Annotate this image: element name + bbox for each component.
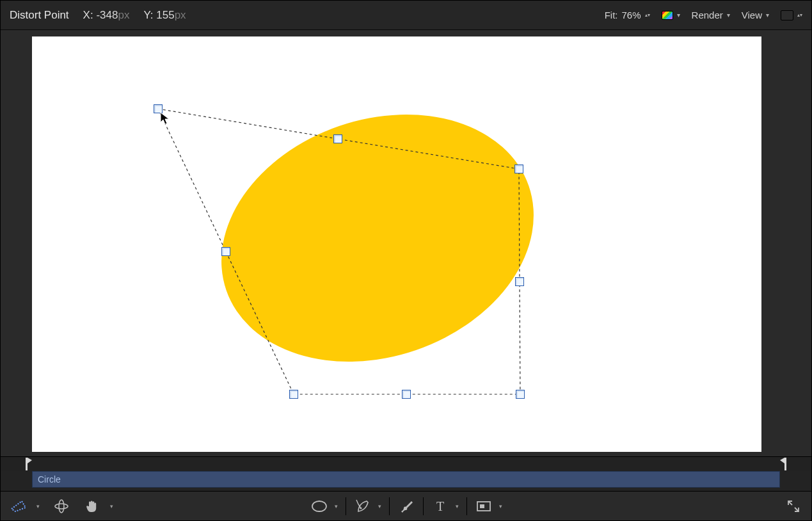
separator xyxy=(346,497,346,515)
color-channels-icon xyxy=(662,11,673,20)
svg-point-0 xyxy=(55,504,68,509)
view-dropdown[interactable]: View ▾ xyxy=(742,10,769,20)
mini-timeline[interactable]: Circle xyxy=(1,456,811,492)
coord-x-label: X: xyxy=(83,9,93,21)
stepper-icon: ▴▾ xyxy=(797,13,802,17)
view-label: View xyxy=(742,10,762,20)
distort-handle-bottom-left[interactable] xyxy=(289,390,298,399)
pan-tool-button[interactable] xyxy=(83,497,101,515)
coord-y[interactable]: Y: 155px xyxy=(143,9,186,22)
chevron-down-icon[interactable]: ▾ xyxy=(335,503,338,509)
coord-x-value[interactable]: -348 xyxy=(96,9,118,21)
expand-icon xyxy=(786,499,800,513)
separator xyxy=(466,497,467,515)
svg-text:T: T xyxy=(436,499,443,513)
clip-name-label: Circle xyxy=(38,474,61,485)
color-channel-dropdown[interactable]: ▾ xyxy=(662,11,680,20)
zoom-fit-dropdown[interactable]: Fit: 76% ▴▾ xyxy=(605,10,650,20)
coord-y-unit: px xyxy=(175,9,186,21)
chevron-down-icon[interactable]: ▾ xyxy=(110,503,113,509)
coord-y-label: Y: xyxy=(143,9,153,21)
svg-rect-6 xyxy=(480,504,484,508)
fit-value: 76% xyxy=(622,10,641,20)
coord-y-value[interactable]: 155 xyxy=(156,9,174,21)
distort-handle-mid-right[interactable] xyxy=(515,277,524,286)
orbit-tool-button[interactable] xyxy=(52,497,70,515)
ellipse-shape-button[interactable] xyxy=(310,497,328,515)
distort-tool-icon xyxy=(10,500,27,513)
viewport-background-dropdown[interactable]: ▴▾ xyxy=(781,10,802,20)
mask-tool-button[interactable] xyxy=(475,497,493,515)
bottom-toolbar: ▾ ▾ ▾ ▾ xyxy=(1,491,811,520)
chevron-down-icon: ▾ xyxy=(677,12,680,19)
canvas-page[interactable] xyxy=(32,36,761,452)
hand-icon xyxy=(85,499,99,513)
distort-handle-top-mid[interactable] xyxy=(333,134,342,143)
coord-x[interactable]: X: -348px xyxy=(83,9,130,22)
brush-tool-button[interactable] xyxy=(397,497,415,515)
chevron-down-icon[interactable]: ▾ xyxy=(36,503,40,509)
distort-handle-bottom-right[interactable] xyxy=(516,390,525,399)
distort-tool-button[interactable] xyxy=(10,497,28,515)
canvas-viewer[interactable] xyxy=(1,30,811,456)
viewport-swatch-icon xyxy=(781,10,793,20)
canvas-svg xyxy=(32,36,761,452)
active-tool-label: Distort Point xyxy=(10,9,69,22)
rectangle-mask-icon xyxy=(476,501,491,512)
distort-handle-bottom-mid[interactable] xyxy=(402,390,411,399)
coord-x-unit: px xyxy=(118,9,129,21)
separator xyxy=(423,497,424,515)
chevron-down-icon: ▾ xyxy=(766,12,769,19)
svg-point-1 xyxy=(59,500,64,513)
chevron-down-icon[interactable]: ▾ xyxy=(499,503,502,509)
text-tool-button[interactable]: T xyxy=(431,497,449,515)
render-dropdown[interactable]: Render ▾ xyxy=(692,10,730,20)
expand-canvas-button[interactable] xyxy=(784,497,802,515)
brush-icon xyxy=(399,499,414,514)
pen-tool-button[interactable] xyxy=(354,497,372,515)
timeline-clip[interactable]: Circle xyxy=(32,471,780,488)
pen-icon xyxy=(355,499,370,514)
ellipse-icon xyxy=(311,500,328,513)
distort-handle-top-right[interactable] xyxy=(514,164,523,173)
distort-handle-mid-left[interactable] xyxy=(221,247,230,256)
out-point-marker-icon[interactable] xyxy=(779,457,787,471)
stepper-icon: ▴▾ xyxy=(645,13,650,17)
in-point-marker-icon[interactable] xyxy=(25,457,33,471)
top-toolbar: Distort Point X: -348px Y: 155px Fit: 76… xyxy=(1,1,811,30)
chevron-down-icon[interactable]: ▾ xyxy=(378,503,381,509)
chevron-down-icon: ▾ xyxy=(727,12,730,19)
chevron-down-icon[interactable]: ▾ xyxy=(456,503,459,509)
render-label: Render xyxy=(692,10,723,20)
timeline-ruler[interactable] xyxy=(1,457,811,471)
fit-label: Fit: xyxy=(605,10,618,20)
orbit-icon xyxy=(54,499,69,514)
text-icon: T xyxy=(433,499,447,513)
distort-handle-top-left[interactable] xyxy=(154,104,163,113)
separator xyxy=(389,497,390,515)
svg-point-2 xyxy=(312,501,326,511)
